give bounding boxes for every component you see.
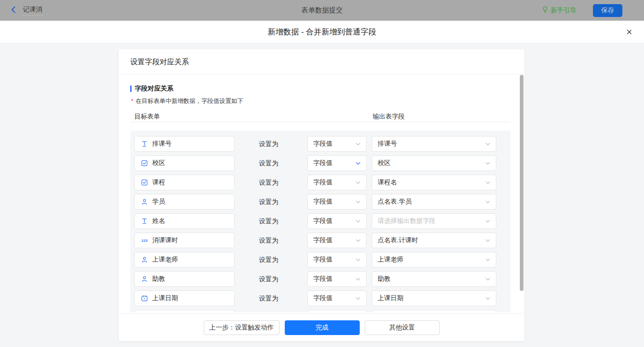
text-field-icon bbox=[140, 218, 149, 224]
save-button[interactable]: 保存 bbox=[593, 4, 622, 17]
beginner-guide-link[interactable]: 新手引导 bbox=[542, 6, 576, 15]
output-field-select-value: 上课日期 bbox=[378, 294, 483, 302]
output-field-select-value: 助教 bbox=[378, 275, 483, 283]
modal-header: 新增数据 - 合并新增到普通字段 × bbox=[0, 21, 644, 44]
member-field-icon bbox=[140, 276, 149, 282]
target-field-box[interactable]: 校区 bbox=[134, 155, 235, 171]
card-footer: 上一步：设置触发动作 完成 其他设置 bbox=[119, 313, 524, 341]
chevron-down-icon bbox=[485, 161, 490, 166]
target-field-label: 上课老师 bbox=[152, 256, 178, 264]
output-field-select[interactable]: 请选择输出数据字段 bbox=[372, 213, 496, 229]
output-field-select[interactable]: 点名表.学员 bbox=[372, 194, 496, 210]
mapping-row: 助教设置为字段值助教 bbox=[130, 271, 511, 287]
select-field-icon bbox=[140, 179, 149, 186]
value-method-select[interactable]: 字段值 bbox=[307, 271, 367, 287]
chevron-down-icon bbox=[485, 296, 490, 301]
value-method-select-value: 字段值 bbox=[313, 236, 353, 245]
output-field-select-value: 排课号 bbox=[378, 140, 483, 148]
value-method-select-value: 字段值 bbox=[313, 275, 353, 283]
target-field-box[interactable]: 学员 bbox=[134, 194, 235, 210]
scrollbar-thumb[interactable] bbox=[520, 75, 523, 291]
mapping-rows-panel: 排课号设置为字段值排课号校区设置为字段值校区课程设置为字段值课程名学员设置为字段… bbox=[130, 131, 511, 312]
set-as-label: 设置为 bbox=[259, 252, 278, 267]
output-field-select-value: 点名表.学员 bbox=[378, 198, 483, 206]
value-method-select-value: 字段值 bbox=[313, 140, 353, 148]
value-method-select[interactable]: 字段值 bbox=[307, 194, 367, 210]
close-icon[interactable]: × bbox=[622, 25, 637, 40]
chevron-down-icon bbox=[485, 238, 490, 243]
member-field-icon bbox=[140, 256, 149, 263]
output-field-select[interactable]: 点名表.计课时 bbox=[372, 233, 496, 248]
value-method-select-value: 字段值 bbox=[313, 294, 353, 302]
target-field-box[interactable]: 7上课日期 bbox=[134, 290, 235, 306]
value-method-select-value: 字段值 bbox=[313, 256, 353, 264]
target-field-box[interactable]: 上课老师 bbox=[134, 252, 235, 267]
other-settings-button[interactable]: 其他设置 bbox=[365, 320, 440, 335]
output-field-select[interactable]: 上课日期 bbox=[372, 290, 496, 306]
chevron-down-icon bbox=[356, 199, 361, 205]
mapping-row: 排课号设置为字段值排课号 bbox=[130, 136, 511, 152]
output-field-select[interactable]: 课程名 bbox=[372, 175, 496, 190]
output-field-select[interactable]: 排课号 bbox=[372, 136, 496, 152]
section-title: 字段对应关系 bbox=[135, 85, 173, 93]
modal-title: 新增数据 - 合并新增到普通字段 bbox=[0, 21, 644, 44]
mapping-row: 上课老师设置为字段值上课老师 bbox=[130, 252, 511, 267]
target-field-label: 学员 bbox=[152, 198, 165, 206]
mapping-row: 校区设置为字段值校区 bbox=[130, 155, 511, 171]
mapping-row: 123消课课时设置为字段值点名表.计课时 bbox=[130, 233, 511, 248]
output-field-select[interactable]: 校区 bbox=[372, 155, 496, 171]
value-method-select[interactable]: 字段值 bbox=[307, 213, 367, 229]
target-field-label: 消课课时 bbox=[152, 236, 178, 245]
value-method-select[interactable]: 字段值 bbox=[307, 155, 367, 171]
section-note: *在目标表单中新增数据，字段值设置如下 bbox=[130, 97, 511, 105]
mapping-row: 姓名设置为字段值请选择输出数据字段 bbox=[130, 213, 511, 229]
target-field-label: 校区 bbox=[152, 159, 165, 167]
output-field-select-value: 上课老师 bbox=[378, 256, 483, 264]
value-method-select[interactable]: 字段值 bbox=[307, 136, 367, 152]
value-method-select[interactable] bbox=[307, 310, 367, 312]
target-field-box[interactable]: 姓名 bbox=[134, 213, 235, 229]
target-field-box[interactable]: 123消课课时 bbox=[134, 233, 235, 248]
target-field-label: 排课号 bbox=[152, 140, 172, 148]
set-as-label: 设置为 bbox=[259, 175, 278, 190]
value-method-select-value: 字段值 bbox=[313, 178, 353, 187]
mapping-row: 课程设置为字段值课程名 bbox=[130, 175, 511, 190]
topbar: 记课消 表单数据提交 新手引导 保存 bbox=[0, 0, 644, 21]
output-field-select-value: 校区 bbox=[378, 159, 483, 167]
output-field-select[interactable] bbox=[372, 310, 496, 312]
output-field-select[interactable]: 助教 bbox=[372, 271, 496, 287]
value-method-select[interactable]: 字段值 bbox=[307, 252, 367, 267]
value-method-select-value: 字段值 bbox=[313, 198, 353, 206]
chevron-down-icon bbox=[485, 219, 490, 224]
mapping-row bbox=[130, 310, 511, 312]
guide-label: 新手引导 bbox=[551, 6, 576, 15]
target-field-box[interactable]: 助教 bbox=[134, 271, 235, 287]
value-method-select[interactable]: 字段值 bbox=[307, 233, 367, 248]
set-as-label: 设置为 bbox=[259, 155, 278, 171]
card-header-title: 设置字段对应关系 bbox=[119, 49, 524, 74]
member-field-icon bbox=[140, 199, 149, 205]
previous-step-button[interactable]: 上一步：设置触发动作 bbox=[204, 320, 280, 335]
output-field-select-value: 请选择输出数据字段 bbox=[378, 217, 483, 225]
number-field-icon: 123 bbox=[140, 237, 149, 244]
target-field-label: 助教 bbox=[152, 275, 165, 283]
target-field-box[interactable] bbox=[134, 310, 235, 312]
value-method-select[interactable]: 字段值 bbox=[307, 290, 367, 306]
target-field-box[interactable]: 课程 bbox=[134, 175, 235, 190]
value-method-select[interactable]: 字段值 bbox=[307, 175, 367, 190]
chevron-down-icon bbox=[485, 277, 490, 282]
output-field-select[interactable]: 上课老师 bbox=[372, 252, 496, 267]
target-field-box[interactable]: 排课号 bbox=[134, 136, 235, 152]
chevron-down-icon bbox=[485, 180, 490, 185]
target-field-label: 上课日期 bbox=[152, 294, 178, 302]
value-method-select-value: 字段值 bbox=[313, 217, 353, 225]
mapping-row: 7上课日期设置为字段值上课日期 bbox=[130, 290, 511, 306]
column-header-target-form: 目标表单 bbox=[134, 113, 160, 121]
svg-text:123: 123 bbox=[141, 239, 148, 243]
output-field-select-value: 课程名 bbox=[378, 178, 483, 187]
text-field-icon bbox=[140, 141, 149, 147]
chevron-down-icon bbox=[356, 238, 361, 243]
done-button[interactable]: 完成 bbox=[285, 320, 360, 335]
chevron-down-icon bbox=[485, 199, 490, 205]
field-mapping-card: 设置字段对应关系 字段对应关系 *在目标表单中新增数据，字段值设置如下 目标表单… bbox=[119, 49, 524, 341]
